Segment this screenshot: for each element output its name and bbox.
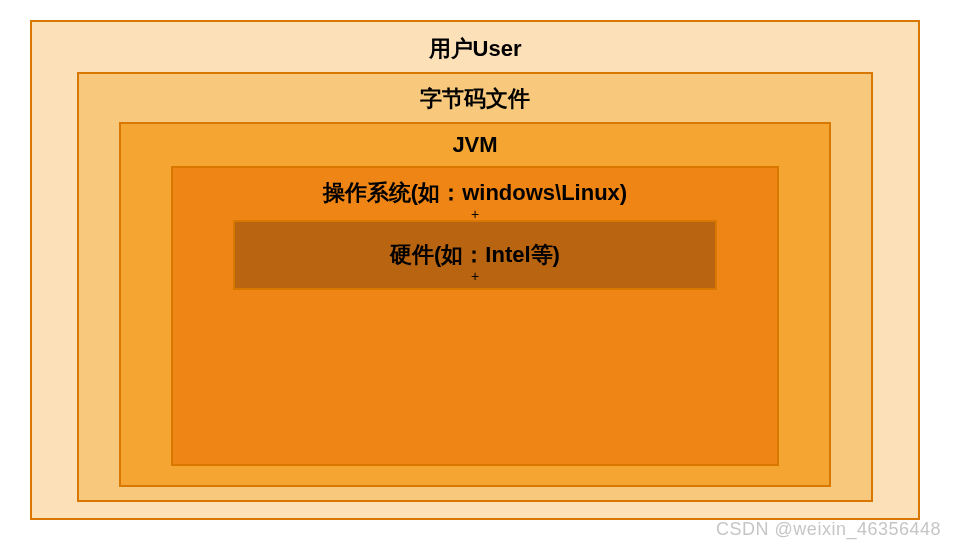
layer-os: 操作系统(如：windows\Linux) 硬件(如：Intel等) [171,166,779,466]
layer-jvm: JVM 操作系统(如：windows\Linux) 硬件(如：Intel等) [119,122,831,487]
layer-user: 用户User 字节码文件 JVM 操作系统(如：windows\Linux) 硬… [30,20,920,520]
layer-bytecode-label: 字节码文件 [119,84,831,114]
layer-jvm-label: JVM [171,132,779,158]
layer-user-label: 用户User [77,34,873,64]
layer-hardware-label: 硬件(如：Intel等) [390,240,560,270]
watermark-text: CSDN @weixin_46356448 [716,519,941,540]
layer-os-label: 操作系统(如：windows\Linux) [233,178,717,208]
layer-bytecode: 字节码文件 JVM 操作系统(如：windows\Linux) 硬件(如：Int… [77,72,873,502]
layer-hardware: 硬件(如：Intel等) [233,220,717,290]
